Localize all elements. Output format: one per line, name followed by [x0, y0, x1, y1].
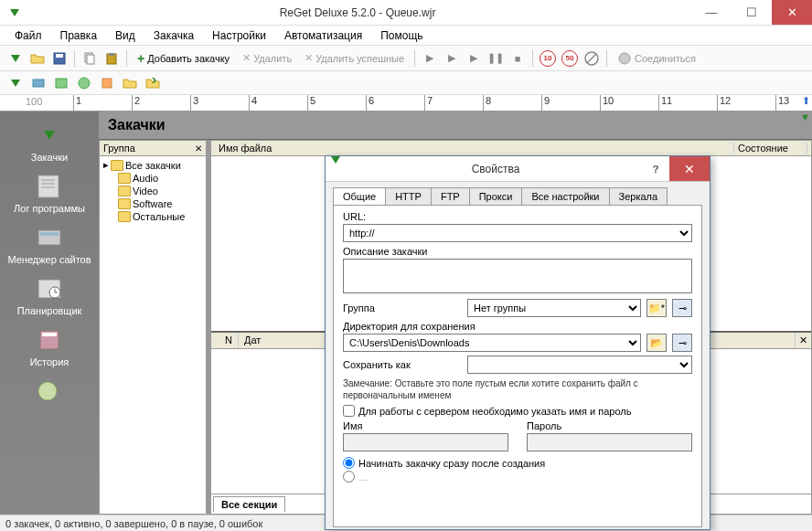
svg-point-11 [79, 78, 90, 89]
pin2-icon[interactable]: ⊸ [672, 334, 692, 352]
menu-file[interactable]: Файл [7, 27, 49, 44]
history-icon [33, 325, 66, 355]
delete-successful-button[interactable]: ✕Удалить успешные [299, 48, 410, 69]
sidebar-item-downloads[interactable]: Закачки [5, 117, 93, 166]
menu-settings[interactable]: Настройки [205, 27, 273, 44]
menubar: Файл Правка Вид Закачка Настройки Автома… [0, 26, 812, 46]
svg-rect-18 [40, 232, 59, 236]
ruler-up-icon[interactable]: ⬆ [802, 95, 810, 107]
tb2-icon-5[interactable] [97, 73, 117, 93]
save-icon[interactable] [49, 48, 69, 69]
sidebar-item-log[interactable]: Лог программы [5, 168, 93, 218]
password-input[interactable] [527, 433, 692, 451]
delete-button[interactable]: ✕Удалить [237, 48, 297, 69]
folder-icon [118, 198, 131, 209]
play-all-icon[interactable]: ▶ [464, 48, 484, 69]
start-later-label: … [358, 472, 369, 483]
folder-icon [118, 211, 131, 222]
speed-10-button[interactable]: 10 [538, 48, 558, 69]
add-download-button[interactable]: +Добавить закачку [132, 48, 235, 69]
username-input[interactable] [343, 433, 508, 451]
col-state[interactable]: Состояние [734, 143, 807, 154]
url-input[interactable]: http:// [343, 224, 692, 242]
minimize-button[interactable]: — [691, 0, 732, 25]
dialog-close-button[interactable]: ✕ [669, 156, 710, 181]
secondary-toolbar [0, 71, 812, 95]
tb2-icon-3[interactable] [51, 73, 71, 93]
svg-rect-1 [56, 54, 63, 58]
menu-automation[interactable]: Автоматизация [277, 27, 369, 44]
tab-mirrors[interactable]: Зеркала [609, 187, 668, 205]
tab-ftp[interactable]: FTP [431, 187, 470, 205]
tree-item[interactable]: Остальные [102, 210, 204, 223]
add-download-label: Добавить закачку [147, 53, 230, 64]
dialog-help-button[interactable]: ? [642, 164, 669, 175]
svg-point-25 [38, 382, 57, 400]
sidebar-item-sites[interactable]: Менеджер сайтов [5, 219, 93, 269]
new-folder-icon[interactable]: 📁* [646, 299, 667, 317]
sidebar-item-history[interactable]: История [5, 322, 93, 371]
svg-rect-24 [42, 333, 57, 336]
maximize-button[interactable]: ☐ [732, 0, 772, 25]
tb2-icon-4[interactable] [74, 73, 94, 93]
play2-icon[interactable]: ▶ [442, 48, 462, 69]
tree-item[interactable]: Video [102, 185, 204, 197]
speed-50-button[interactable]: 50 [560, 48, 580, 69]
tab-general[interactable]: Общие [333, 187, 386, 205]
stop-icon[interactable]: ■ [508, 48, 528, 69]
sidebar-item-extra[interactable] [5, 373, 93, 411]
saveas-select[interactable] [467, 356, 692, 374]
svg-rect-12 [102, 79, 112, 88]
auth-checkbox[interactable] [343, 405, 355, 417]
tab-all-sections[interactable]: Все секции [213, 496, 285, 512]
col-filename[interactable]: Имя файла [215, 143, 734, 154]
password-label: Пароль [527, 420, 692, 431]
group-label: Группа [343, 303, 462, 313]
connect-button[interactable]: Соединиться [612, 48, 701, 69]
ruler-start: 100 [26, 96, 42, 107]
close-button[interactable]: ✕ [772, 0, 812, 25]
start-now-radio[interactable] [343, 457, 355, 469]
lower-close-icon[interactable]: ✕ [796, 333, 811, 348]
new-icon[interactable] [5, 48, 26, 69]
tree-item[interactable]: Audio [102, 172, 204, 185]
dir-select[interactable]: C:\Users\Denis\Downloads [343, 334, 641, 352]
pause-icon[interactable]: ❚❚ [486, 48, 506, 69]
play-icon[interactable]: ▶ [420, 48, 440, 69]
tb2-icon-6[interactable] [120, 73, 140, 93]
tab-all-settings[interactable]: Все настройки [521, 187, 609, 205]
titlebar: ReGet Deluxe 5.2.0 - Queue.wjr — ☐ ✕ [0, 0, 812, 26]
group-close-icon[interactable]: ✕ [195, 143, 202, 154]
open-icon[interactable] [27, 48, 48, 69]
menu-edit[interactable]: Правка [53, 27, 105, 44]
username-label: Имя [343, 420, 508, 431]
ruler: 100 1 2 3 4 5 6 7 8 9 10 11 12 13 ⬆ ▼ [0, 95, 812, 112]
dir-label: Директория для сохранения [343, 321, 692, 332]
url-label: URL: [343, 211, 692, 222]
tb2-icon-7[interactable] [143, 73, 163, 93]
tab-http[interactable]: HTTP [385, 187, 432, 205]
col-n[interactable]: N [211, 333, 239, 348]
tab-proxy[interactable]: Прокси [469, 187, 523, 205]
group-select[interactable]: Нет группы [467, 299, 641, 317]
copy-icon[interactable] [80, 48, 100, 69]
tree-item[interactable]: Software [102, 197, 204, 210]
desc-label: Описание закачки [343, 246, 692, 257]
menu-view[interactable]: Вид [108, 27, 143, 44]
tree-root[interactable]: ▸Все закачки [102, 158, 204, 172]
sidebar-item-scheduler[interactable]: Планировщик [5, 271, 93, 320]
tb2-icon-2[interactable] [28, 73, 48, 93]
speed-unlimited-button[interactable] [582, 48, 602, 69]
tb2-icon-1[interactable] [5, 73, 26, 93]
paste-icon[interactable] [102, 48, 122, 69]
svg-rect-3 [87, 55, 94, 64]
menu-download[interactable]: Закачка [146, 27, 201, 44]
pin-icon[interactable]: ⊸ [672, 299, 692, 317]
browse-folder-icon[interactable]: 📂 [646, 334, 667, 352]
desc-input[interactable] [343, 259, 692, 293]
start-later-radio[interactable] [343, 471, 355, 483]
ruler-down-icon[interactable]: ▼ [800, 112, 810, 122]
menu-help[interactable]: Помощь [373, 27, 430, 44]
dialog-titlebar: Свойства ? ✕ [326, 156, 710, 182]
download-icon [33, 121, 66, 150]
